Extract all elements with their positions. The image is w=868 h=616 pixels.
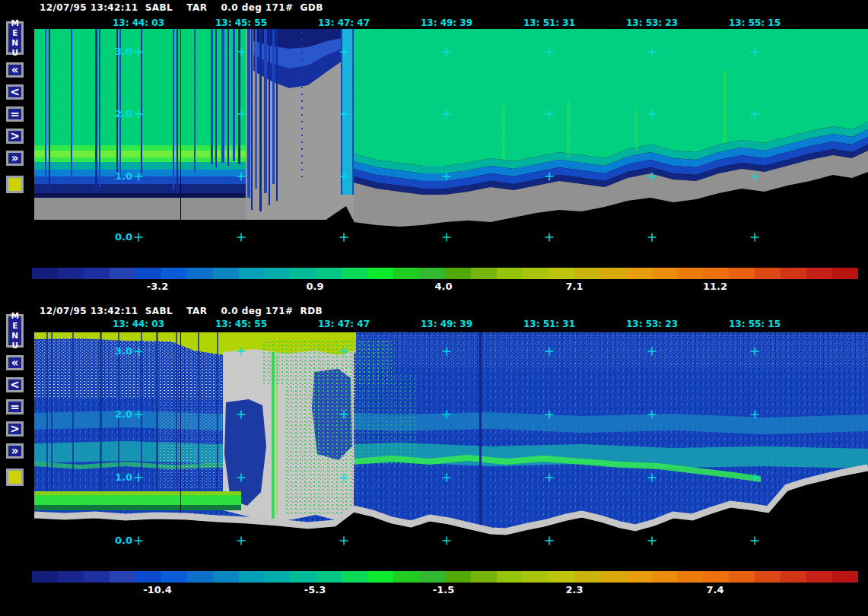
colorbar-segment <box>290 571 316 583</box>
echo-layer-vline <box>341 29 342 195</box>
time-tick-label: 13: 44: 03 <box>113 319 164 329</box>
color-swatch-button[interactable] <box>6 176 24 193</box>
colorbar-segment <box>419 268 445 279</box>
fast-rewind-button[interactable]: « <box>6 62 24 78</box>
echogram-gdb[interactable] <box>34 29 868 262</box>
step-forward-button[interactable]: > <box>6 421 24 437</box>
menu-button[interactable]: MENU <box>6 21 24 55</box>
fast-rewind-button[interactable]: « <box>6 355 24 370</box>
time-tick-label: 13: 55: 15 <box>729 17 781 28</box>
time-tick-label: 13: 44: 03 <box>113 17 164 28</box>
colorbar-segment <box>367 571 393 583</box>
colorbar-segment <box>264 571 290 583</box>
colorbar-segment <box>523 268 548 279</box>
colorbar-segment <box>677 268 703 279</box>
colorbar-segment <box>367 268 393 279</box>
time-tick-label: 13: 51: 31 <box>523 319 575 329</box>
colorbar-segment <box>264 268 290 279</box>
echo-layer-vline <box>233 29 235 161</box>
echo-layer-vline <box>49 29 50 189</box>
pause-button[interactable]: = <box>6 106 24 122</box>
step-back-button[interactable]: < <box>6 84 24 100</box>
colorbar-tick: -1.5 <box>433 584 454 595</box>
colorbar-segment <box>161 571 187 583</box>
step-forward-button[interactable]: > <box>6 129 24 144</box>
colorbar-segment <box>342 268 367 279</box>
colorbar-segment <box>832 571 858 583</box>
colorbar-segment <box>32 571 58 583</box>
colorbar-segment <box>806 571 832 583</box>
colorbar-segment <box>58 571 84 583</box>
echo-layer-vline <box>72 332 74 488</box>
altitude-label: 2.0 <box>100 108 132 119</box>
pause-button[interactable]: = <box>6 399 24 414</box>
echo-layer-speckle <box>262 338 392 384</box>
colorbar-segment <box>84 268 110 279</box>
echo-layer-vline <box>251 29 253 210</box>
echo-layer-vline <box>215 29 217 167</box>
echo-layer-vline <box>221 29 224 163</box>
colorbar-segment <box>213 571 239 583</box>
echo-layer-rect <box>34 184 246 193</box>
step-back-button[interactable]: < <box>6 377 24 392</box>
echo-layer-vline <box>180 332 181 522</box>
colorbar-tick: 11.2 <box>703 281 727 292</box>
echo-layer-speckle <box>356 332 868 369</box>
colorbar-segment <box>497 268 523 279</box>
colorbar-segment <box>239 268 265 279</box>
echo-layer-vline <box>264 29 267 193</box>
echogram-rdb[interactable] <box>34 332 868 567</box>
colorbar-tick: 4.0 <box>434 281 452 292</box>
time-tick-label: 13: 47: 47 <box>318 319 370 329</box>
echo-layer-speckle <box>354 374 418 465</box>
colorbar-tick: 7.4 <box>706 584 723 595</box>
colorbar-segment <box>626 268 652 279</box>
echo-layer-vline <box>259 29 262 211</box>
scan-header: 12/07/95 13:42:11 SABL TAR 0.0 deg 171# … <box>40 2 323 13</box>
echo-layer-rect <box>34 162 246 170</box>
echo-layer-vline <box>352 29 354 195</box>
echo-layer-vline <box>269 29 270 205</box>
colorbar-segment <box>755 571 781 583</box>
echo-layer-vline <box>180 29 181 221</box>
echo-layer-vline <box>217 332 218 489</box>
colorbar-segment <box>110 268 135 279</box>
altitude-label: 1.0 <box>100 472 132 483</box>
echo-layer-vline <box>198 332 199 492</box>
colorbar-segment <box>213 268 239 279</box>
echo-layer-speckle <box>34 29 246 154</box>
colorbar-segment <box>600 571 626 583</box>
colorbar-segment <box>574 571 600 583</box>
echo-layer-rect <box>34 491 241 495</box>
fast-forward-button[interactable]: » <box>6 443 24 459</box>
colorbar-segment <box>497 571 523 583</box>
echo-layer-vline <box>255 29 257 189</box>
echo-layer-vline <box>227 29 229 166</box>
echo-layer-rect <box>34 198 247 220</box>
colorbar-gdb <box>32 268 858 279</box>
colorbar-segment <box>419 571 445 583</box>
echo-layer-vline <box>176 29 178 193</box>
altitude-label: 0.0 <box>100 231 132 243</box>
echo-layer-rect <box>34 176 246 184</box>
menu-button[interactable]: MENU <box>6 314 24 348</box>
time-tick-label: 13: 47: 47 <box>318 17 370 28</box>
colorbar-segment <box>161 268 187 279</box>
echo-layer-rect <box>34 495 241 505</box>
colorbar-tick: -5.3 <box>304 584 326 595</box>
colorbar-segment <box>677 571 703 583</box>
echo-layer-vline <box>276 29 278 201</box>
echo-layer-rect <box>34 151 246 157</box>
echo-layer-vline <box>141 29 142 173</box>
colorbar-segment <box>755 268 781 279</box>
echo-layer-vline <box>176 332 177 487</box>
fast-forward-button[interactable]: » <box>6 151 24 166</box>
colorbar-segment <box>316 268 342 279</box>
echo-layer-rect <box>34 170 246 176</box>
echo-layer-polygon <box>224 399 266 506</box>
colorbar-segment <box>703 571 729 583</box>
time-tick-label: 13: 49: 39 <box>421 319 472 329</box>
time-tick-label: 13: 49: 39 <box>421 17 472 28</box>
colorbar-tick: 2.3 <box>565 584 583 595</box>
color-swatch-button[interactable] <box>6 468 24 486</box>
